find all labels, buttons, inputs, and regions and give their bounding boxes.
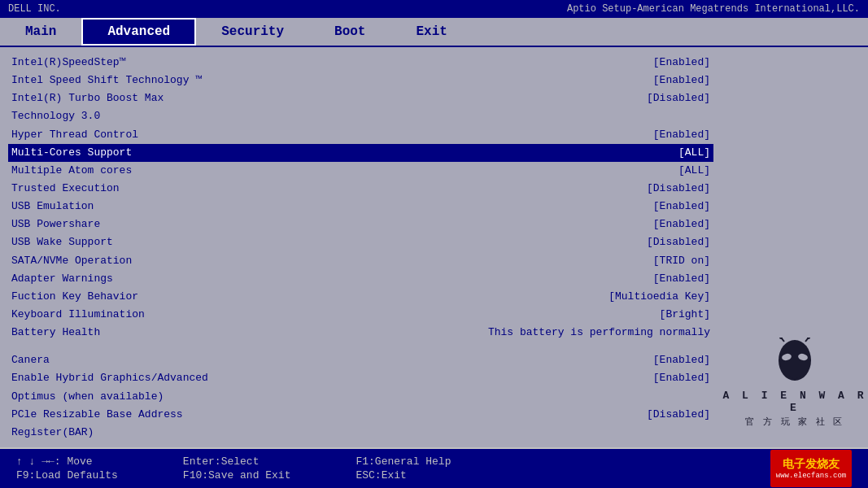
list-item[interactable]: Trusted Execution [Disabled]: [8, 180, 713, 198]
corner-logo-top: 电子发烧友: [776, 457, 846, 472]
list-item[interactable]: Intel Speed Shift Technology ™ [Enabled]: [8, 72, 713, 89]
alienware-text: A L I E N W A R E: [722, 390, 868, 414]
list-item[interactable]: Register(BAR): [8, 424, 713, 442]
general-help-label: F1:General Help: [355, 455, 451, 468]
setting-label: Optimus (when available): [11, 389, 272, 405]
list-item[interactable]: USB Emulation [Enabled]: [8, 198, 713, 216]
bottom-item-help: F1:General Help ESC:Exit: [355, 455, 451, 481]
esc-exit-label: ESC:Exit: [355, 469, 406, 481]
svg-point-0: [779, 340, 811, 381]
tab-advanced[interactable]: Advanced: [81, 18, 196, 46]
right-panel: A L I E N W A R E 官 方 玩 家 社 区: [722, 50, 868, 444]
list-item[interactable]: USB Powershare [Enabled]: [8, 216, 713, 233]
setting-label: USB Emulation: [11, 198, 272, 215]
setting-value: [Enabled]: [653, 72, 710, 89]
list-item[interactable]: Multiple Atom cores [ALL]: [8, 162, 713, 180]
settings-list: Intel(R)SpeedStep™ [Enabled] Intel Speed…: [0, 50, 722, 444]
list-item[interactable]: SATA/NVMe Operation [TRID on]: [8, 252, 713, 270]
list-item[interactable]: Fuction Key Behavior [Multioedia Key]: [8, 288, 713, 306]
setting-label: Canera: [11, 352, 272, 368]
setting-label: Technology 3.0: [11, 108, 272, 124]
setting-label: SATA/NVMe Operation: [11, 253, 272, 269]
setting-label: USB Wake Support: [11, 234, 272, 251]
setting-label: Intel Speed Shift Technology ™: [11, 72, 272, 89]
setting-value: [Enabled]: [653, 271, 710, 287]
setting-value: [Disabled]: [647, 407, 710, 423]
setting-label: Register(BAR): [11, 425, 272, 441]
enter-select-label: Enter:Select: [183, 455, 260, 468]
list-item[interactable]: Canera [Enabled]: [8, 351, 713, 369]
list-item[interactable]: Hyper Thread Control [Enabled]: [8, 126, 713, 144]
save-exit-label: F10:Save and Exit: [183, 469, 291, 481]
content-area: Intel(R)SpeedStep™ [Enabled] Intel Speed…: [0, 47, 868, 447]
setting-label: USB Powershare: [11, 216, 272, 233]
list-item[interactable]: Battery Health This battery is performin…: [8, 324, 713, 342]
list-item[interactable]: Adapter Warnings [Enabled]: [8, 270, 713, 288]
list-item[interactable]: Thunderbolt ™ [Enabled]: [8, 442, 713, 444]
setting-label: Intel(R) Turbo Boost Max: [11, 90, 272, 107]
setting-label: Thunderbolt ™: [11, 442, 272, 444]
setting-value: [ALL]: [678, 163, 710, 179]
alienware-sub: 官 方 玩 家 社 区: [722, 416, 868, 428]
tab-exit[interactable]: Exit: [390, 18, 472, 46]
list-item[interactable]: PCle Resizable Base Address [Disabled]: [8, 406, 713, 424]
list-item-selected[interactable]: Multi-Cores Support [ALL]: [8, 144, 713, 162]
setting-value: [Disabled]: [647, 90, 710, 107]
move-label: ↑ ↓ →←: Move: [16, 455, 93, 468]
bottom-item-enter: Enter:Select F10:Save and Exit: [183, 455, 291, 481]
setting-label: Battery Health: [11, 325, 272, 341]
setting-label: Hyper Thread Control: [11, 127, 272, 143]
setting-value: [Enabled]: [653, 352, 710, 368]
setting-value: [Enabled]: [653, 127, 710, 143]
nav-tabs: Main Advanced Security Boot Exit: [0, 18, 868, 47]
tab-boot[interactable]: Boot: [309, 18, 390, 46]
tab-main[interactable]: Main: [0, 18, 81, 46]
list-item[interactable]: Enable Hybrid Graphics/Advanced [Enabled…: [8, 369, 713, 387]
list-item[interactable]: Intel(R) Turbo Boost Max [Disabled]: [8, 89, 713, 107]
corner-logo-bottom: www.elecfans.com: [776, 472, 846, 480]
list-item[interactable]: USB Wake Support [Disabled]: [8, 233, 713, 251]
setting-label: Adapter Warnings: [11, 271, 272, 287]
list-item[interactable]: Optimus (when available): [8, 388, 713, 406]
bios-brand: Aptio Setup-American Megatrends Internat…: [567, 3, 860, 15]
alien-icon: [774, 338, 815, 386]
setting-label: Fuction Key Behavior: [11, 289, 272, 305]
setting-value: [Enabled]: [653, 198, 710, 215]
setting-value: [TRID on]: [653, 253, 710, 269]
setting-label: Multi-Cores Support: [11, 145, 272, 161]
alienware-logo: A L I E N W A R E 官 方 玩 家 社 区: [722, 338, 868, 428]
bottom-item-move: ↑ ↓ →←: Move F9:Load Defaults: [16, 455, 118, 481]
tab-security[interactable]: Security: [196, 18, 309, 46]
company-name: DELL INC.: [8, 3, 61, 15]
setting-label: Enable Hybrid Graphics/Advanced: [11, 370, 272, 386]
corner-logo: 电子发烧友 www.elecfans.com: [770, 450, 852, 487]
setting-value: [Enabled]: [653, 442, 710, 444]
list-item[interactable]: Intel(R)SpeedStep™ [Enabled]: [8, 54, 713, 72]
top-bar: DELL INC. Aptio Setup-American Megatrend…: [0, 0, 868, 18]
setting-label: Trusted Execution: [11, 181, 272, 197]
setting-label: Keyboard Illumination: [11, 307, 272, 323]
setting-value: [Enabled]: [653, 54, 710, 71]
setting-value: [Bright]: [660, 307, 710, 323]
list-item[interactable]: Keyboard Illumination [Bright]: [8, 306, 713, 324]
bottom-bar: ↑ ↓ →←: Move F9:Load Defaults Enter:Sele…: [0, 447, 868, 488]
list-item[interactable]: Technology 3.0: [8, 107, 713, 125]
setting-value: [Enabled]: [653, 370, 710, 386]
setting-value: [Disabled]: [647, 181, 710, 197]
setting-value: [Multioedia Key]: [608, 289, 710, 305]
setting-value: This battery is performing normally: [488, 325, 710, 341]
load-defaults-label: F9:Load Defaults: [16, 469, 118, 481]
setting-label: Multiple Atom cores: [11, 163, 272, 179]
setting-label: Intel(R)SpeedStep™: [11, 54, 272, 71]
setting-value: [Enabled]: [653, 216, 710, 233]
setting-value: [ALL]: [678, 145, 710, 161]
setting-label: PCle Resizable Base Address: [11, 407, 272, 423]
setting-value: [Disabled]: [647, 234, 710, 251]
